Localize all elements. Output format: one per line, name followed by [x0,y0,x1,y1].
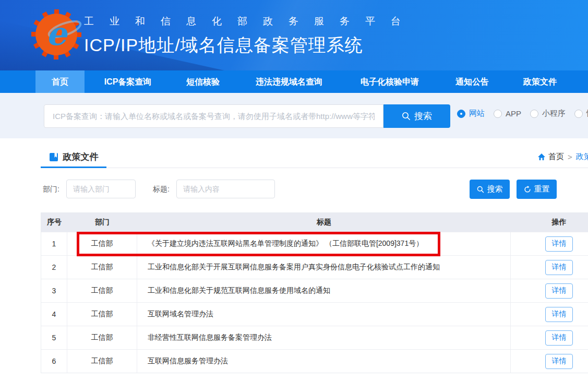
radio-app[interactable]: APP [494,109,521,118]
row-number: 4 [41,303,67,326]
breadcrumb: 首页 > 政策文件 [537,152,588,162]
filter-search-button[interactable]: 搜索 [470,180,510,199]
dept-cell: 工信部 [67,326,137,349]
row-number: 2 [41,256,67,279]
dept-cell: 工信部 [67,350,137,373]
detail-button[interactable]: 详情 [545,330,573,346]
nav-item-home[interactable]: 首页 [35,70,85,93]
dept-cell: 工信部 [67,232,137,255]
title-cell: 《关于建立境内违法互联网站黑名单管理制度的通知》 （工信部联电管[2009]37… [137,232,511,255]
search-icon [477,186,484,193]
nav-item-e-verification-apply[interactable]: 电子化核验申请 [353,70,426,93]
col-header-action: 操作 [511,218,588,227]
radio-dot-icon [494,110,502,118]
row-number: 6 [41,350,67,373]
main-nav: 首页 ICP备案查询 短信核验 违法违规域名查询 电子化核验申请 通知公告 政策… [0,70,588,93]
col-header-title: 标题 [137,218,511,227]
table-row: 2 工信部 工业和信息化部关于开展互联网信息服务备案用户真实身份信息电子化核验试… [41,255,588,279]
table-row: 6 工信部 互联网信息服务管理办法 详情 [41,349,588,373]
table-row: 5 工信部 非经营性互联网信息服务备案管理办法 详情 [41,326,588,349]
dept-cell: 工信部 [67,256,137,279]
svg-text:e: e [46,15,68,53]
policy-table: 序号 部门 标题 操作 1 工信部 《关于建立境内违法互联网站黑名单管理制度的通… [41,212,588,373]
refresh-icon [524,186,531,193]
nav-item-policy-files[interactable]: 政策文件 [519,70,561,93]
title-cell: 工业和信息化部关于规范互联网信息服务使用域名的通知 [137,279,511,302]
icp-search-button-label: 搜索 [414,110,432,122]
title-cell: 互联网域名管理办法 [137,303,511,326]
search-type-radio-group: 网站 APP 小程序 快应用 [457,109,588,118]
dept-filter-input[interactable] [66,180,136,198]
title-cell: 非经营性互联网信息服务备案管理办法 [137,326,511,349]
radio-dot-icon [530,110,538,118]
dept-cell: 工信部 [67,303,137,326]
col-header-no: 序号 [41,218,67,227]
detail-button[interactable]: 详情 [545,307,573,322]
filter-reset-button[interactable]: 重置 [517,180,557,199]
radio-website[interactable]: 网站 [457,109,485,118]
icp-search-input[interactable] [44,104,383,128]
dept-cell: 工信部 [67,279,137,302]
icp-search-section: 搜索 网站 APP 小程序 快应用 [0,93,588,138]
breadcrumb-separator: > [568,152,572,161]
miit-logo-icon: e [30,8,82,61]
radio-quick-app[interactable]: 快应用 [574,109,588,118]
nav-item-sms-verify[interactable]: 短信核验 [182,70,224,93]
icp-search-button[interactable]: 搜索 [383,104,450,128]
nav-item-notices[interactable]: 通知公告 [451,70,493,93]
title-cell: 工业和信息化部关于开展互联网信息服务备案用户真实身份信息电子化核验试点工作的通知 [137,256,511,279]
section-divider [41,168,588,168]
row-number: 5 [41,326,67,349]
radio-dot-icon [574,110,583,118]
title-filter-label: 标题: [153,180,170,199]
section-title: 政策文件 [63,151,99,163]
nav-item-illegal-domain-query[interactable]: 违法违规域名查询 [250,70,328,93]
table-row: 4 工信部 互联网域名管理办法 详情 [41,302,588,326]
title-cell: 互联网信息服务管理办法 [137,350,511,373]
row-number: 3 [41,279,67,302]
tab-policy-files[interactable]: 政策文件 [41,147,106,168]
dept-filter-label: 部门: [43,180,59,199]
radio-dot-icon [457,110,465,118]
detail-button[interactable]: 详情 [545,260,573,275]
title-filter-input[interactable] [176,180,275,198]
book-icon [49,152,58,162]
breadcrumb-home[interactable]: 首页 [548,152,564,162]
detail-button[interactable]: 详情 [545,236,573,252]
radio-mini-program[interactable]: 小程序 [530,109,566,118]
search-icon [402,112,411,121]
col-header-dept: 部门 [67,218,137,227]
site-header: e 工业和信息化部政务服务平台 ICP/IP地址/域名信息备案管理系统 [0,0,588,70]
row-number: 1 [41,232,67,255]
page-title: ICP/IP地址/域名信息备案管理系统 [84,33,418,57]
detail-button[interactable]: 详情 [545,283,573,299]
table-row: 3 工信部 工业和信息化部关于规范互联网信息服务使用域名的通知 详情 [41,279,588,302]
filter-bar: 部门: 标题: 搜索 重置 [0,180,588,199]
org-name: 工业和信息化部政务服务平台 [84,15,418,28]
table-header-row: 序号 部门 标题 操作 [41,213,588,232]
home-icon [537,153,546,161]
nav-item-icp-query[interactable]: ICP备案查询 [97,70,159,93]
detail-button[interactable]: 详情 [545,354,573,369]
table-row: 1 工信部 《关于建立境内违法互联网站黑名单管理制度的通知》 （工信部联电管[2… [41,232,588,255]
breadcrumb-current[interactable]: 政策文件 [576,152,588,162]
